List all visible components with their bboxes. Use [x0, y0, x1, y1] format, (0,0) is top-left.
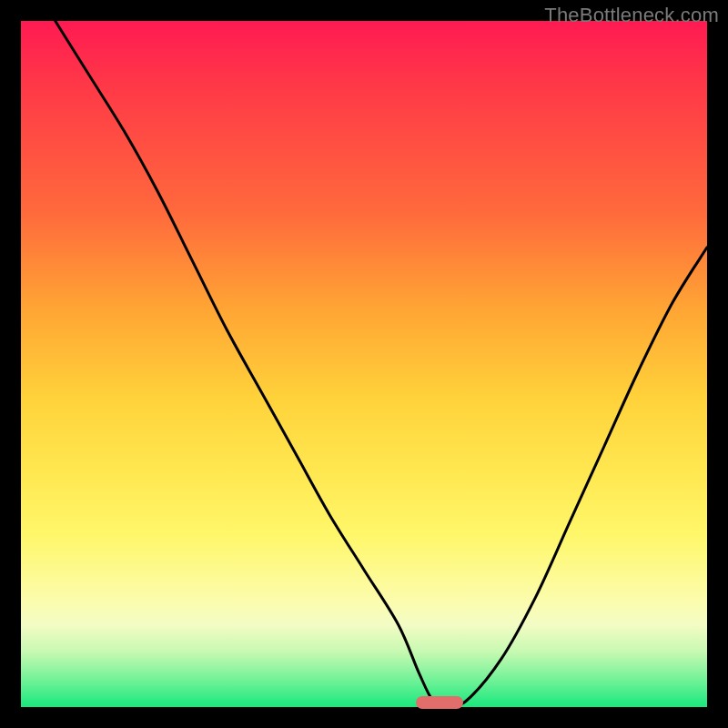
chart-frame: TheBottleneck.com — [0, 0, 728, 728]
plot-area — [21, 21, 707, 707]
minimum-marker — [416, 696, 464, 709]
curve-layer — [21, 21, 707, 707]
watermark-text: TheBottleneck.com — [544, 4, 719, 27]
bottleneck-curve — [56, 21, 707, 707]
